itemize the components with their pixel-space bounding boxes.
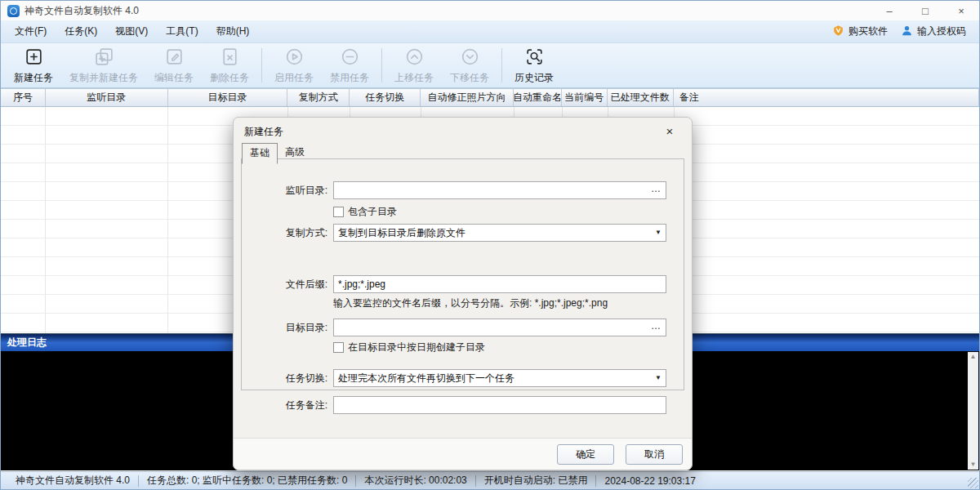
maximize-button[interactable]: □ bbox=[907, 1, 943, 20]
move-up-task-button: 上移任务 bbox=[386, 44, 442, 87]
statusbar-segment: 任务总数: 0; 监听中任务数: 0; 已禁用任务数: 0 bbox=[139, 474, 355, 488]
column-header[interactable]: 已处理文件数 bbox=[608, 89, 674, 106]
menu-item-view[interactable]: 视图(V) bbox=[106, 22, 157, 41]
move-up-task-icon bbox=[404, 47, 425, 69]
task-note-label: 任务备注: bbox=[242, 396, 327, 414]
task-switch-value: 处理完本次所有文件再切换到下一个任务 bbox=[338, 372, 514, 384]
person-icon bbox=[901, 24, 913, 39]
buy-software-label: 购买软件 bbox=[849, 24, 888, 38]
new-task-dialog: 新建任务 × 基础 高级 监听目录: … 包含子目录 复制方式: bbox=[233, 117, 693, 470]
history-button-label: 历史记录 bbox=[514, 71, 554, 85]
disable-task-icon bbox=[340, 47, 360, 69]
toolbar-separator bbox=[501, 48, 502, 82]
toolbar-separator bbox=[381, 48, 382, 82]
monitor-dir-browse-button[interactable]: … bbox=[651, 183, 662, 194]
move-down-task-button-label: 下移任务 bbox=[450, 71, 489, 85]
table-grid-line bbox=[167, 107, 168, 333]
delete-task-icon bbox=[220, 47, 240, 69]
buy-software-link[interactable]: 购买软件 bbox=[832, 24, 888, 39]
column-header[interactable]: 备注 bbox=[674, 89, 979, 106]
column-header[interactable]: 目标目录 bbox=[168, 89, 288, 106]
menu-item-file[interactable]: 文件(F) bbox=[6, 22, 56, 41]
menu-item-task[interactable]: 任务(K) bbox=[56, 22, 106, 41]
move-down-task-icon bbox=[460, 47, 480, 69]
dialog-tab-pane: 监听目录: … 包含子目录 复制方式: 复制到目标目录后删除原文件 ▼ bbox=[241, 158, 684, 390]
enter-license-link[interactable]: 输入授权码 bbox=[901, 24, 966, 39]
copy-new-task-button: 复制并新建任务 bbox=[61, 44, 146, 87]
scroll-down-icon[interactable]: ▼ bbox=[970, 461, 977, 469]
dialog-tab-bar: 基础 高级 bbox=[242, 143, 312, 163]
copy-mode-value: 复制到目标目录后删除原文件 bbox=[338, 227, 466, 238]
column-header[interactable]: 序号 bbox=[1, 89, 46, 106]
chevron-down-icon: ▼ bbox=[655, 225, 662, 241]
toolbar: 新建任务复制并新建任务编辑任务删除任务启用任务禁用任务上移任务下移任务历史记录 bbox=[1, 43, 979, 88]
enter-license-label: 输入授权码 bbox=[917, 24, 966, 38]
cancel-button[interactable]: 取消 bbox=[626, 444, 683, 465]
menu-item-tools[interactable]: 工具(T) bbox=[157, 22, 207, 41]
status-bar: 神奇文件自动复制软件 4.0任务总数: 0; 监听中任务数: 0; 已禁用任务数… bbox=[1, 471, 979, 489]
new-task-button[interactable]: 新建任务 bbox=[6, 44, 61, 87]
ok-button[interactable]: 确定 bbox=[557, 444, 614, 465]
history-icon bbox=[524, 47, 545, 69]
new-task-button-label: 新建任务 bbox=[14, 71, 53, 85]
badge-icon bbox=[832, 24, 844, 39]
task-table-header: 序号监听目录目标目录复制方式任务切换自动修正照片方向自动重命名当前编号已处理文件… bbox=[1, 88, 979, 107]
statusbar-segment: 开机时自动启动: 已禁用 bbox=[476, 474, 596, 488]
table-grid-line bbox=[45, 107, 46, 333]
copy-new-task-button-label: 复制并新建任务 bbox=[69, 71, 138, 85]
column-header[interactable]: 复制方式 bbox=[287, 89, 350, 106]
column-header[interactable]: 当前编号 bbox=[562, 89, 608, 106]
enable-task-icon bbox=[284, 47, 305, 69]
column-header[interactable]: 自动重命名 bbox=[514, 89, 562, 106]
dialog-title: 新建任务 bbox=[244, 125, 283, 139]
delete-task-button: 删除任务 bbox=[202, 44, 257, 87]
file-suffix-hint: 输入要监控的文件名后缀，以分号分隔。示例: *.jpg;*.jpeg;*.png bbox=[333, 296, 608, 310]
menu-bar: 文件(F)任务(K)视图(V)工具(T)帮助(H) 购买软件输入授权码 bbox=[1, 20, 979, 43]
file-suffix-input[interactable] bbox=[333, 275, 666, 293]
column-header[interactable]: 自动修正照片方向 bbox=[421, 89, 514, 106]
task-note-input[interactable] bbox=[333, 396, 666, 414]
toolbar-separator bbox=[261, 48, 262, 82]
new-task-icon bbox=[24, 47, 44, 69]
copy-new-task-icon bbox=[94, 47, 114, 69]
task-switch-label: 任务切换: bbox=[242, 369, 327, 387]
column-header[interactable]: 监听目录 bbox=[46, 89, 168, 106]
target-dir-input[interactable] bbox=[333, 318, 666, 336]
log-panel-title: 处理日志 bbox=[7, 336, 47, 350]
column-header[interactable]: 任务切换 bbox=[350, 89, 421, 106]
date-subdir-checkbox[interactable] bbox=[333, 342, 344, 353]
close-button[interactable]: × bbox=[943, 1, 979, 20]
copy-mode-label: 复制方式: bbox=[242, 224, 327, 242]
window-title: 神奇文件自动复制软件 4.0 bbox=[24, 4, 139, 18]
file-suffix-label: 文件后缀: bbox=[242, 275, 327, 293]
include-subdir-checkbox[interactable] bbox=[333, 207, 344, 217]
copy-mode-select[interactable]: 复制到目标目录后删除原文件 ▼ bbox=[333, 224, 666, 242]
resize-grip[interactable] bbox=[968, 478, 978, 488]
dialog-footer: 确定 取消 bbox=[234, 438, 692, 470]
title-bar: 神奇文件自动复制软件 4.0 – □ × bbox=[1, 1, 979, 20]
enable-task-button: 启用任务 bbox=[266, 44, 322, 87]
chevron-down-icon: ▼ bbox=[655, 370, 662, 386]
task-switch-select[interactable]: 处理完本次所有文件再切换到下一个任务 ▼ bbox=[333, 369, 666, 387]
history-button[interactable]: 历史记录 bbox=[506, 44, 562, 87]
log-scrollbar[interactable]: ▲ ▼ bbox=[968, 352, 978, 470]
date-subdir-label: 在目标目录中按日期创建子目录 bbox=[348, 341, 485, 354]
edit-task-icon bbox=[164, 47, 185, 69]
statusbar-segment: 2024-08-22 19:03:17 bbox=[596, 475, 703, 487]
scroll-up-icon[interactable]: ▲ bbox=[970, 353, 977, 361]
menu-item-help[interactable]: 帮助(H) bbox=[207, 22, 259, 41]
tab-basic[interactable]: 基础 bbox=[242, 143, 278, 164]
include-subdir-label: 包含子目录 bbox=[348, 205, 397, 219]
target-dir-browse-button[interactable]: … bbox=[651, 320, 662, 332]
monitor-dir-input[interactable] bbox=[333, 181, 666, 199]
move-down-task-button: 下移任务 bbox=[442, 44, 497, 87]
app-icon bbox=[7, 5, 20, 17]
dialog-close-icon[interactable]: × bbox=[657, 121, 682, 140]
enable-task-button-label: 启用任务 bbox=[274, 71, 314, 85]
app-window: 神奇文件自动复制软件 4.0 – □ × 文件(F)任务(K)视图(V)工具(T… bbox=[0, 0, 980, 490]
minimize-button[interactable]: – bbox=[871, 1, 907, 20]
delete-task-button-label: 删除任务 bbox=[210, 71, 249, 85]
tab-advanced[interactable]: 高级 bbox=[278, 143, 312, 163]
disable-task-button: 禁用任务 bbox=[322, 44, 377, 87]
target-dir-label: 目标目录: bbox=[242, 318, 327, 336]
